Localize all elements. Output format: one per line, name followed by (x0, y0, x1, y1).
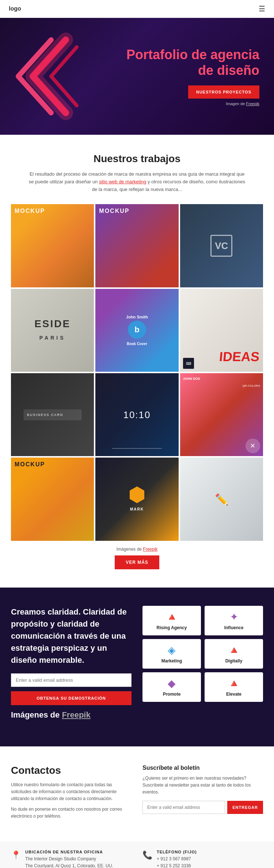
works-section: Nuestros trabajos El resultado del proce… (0, 135, 274, 588)
service-card-promote[interactable]: ◆ Promote (142, 672, 201, 702)
freepik-link[interactable]: Freepik (246, 102, 259, 106)
agency-section: Creamos claridad. Claridad de propósito … (0, 588, 274, 746)
contacts-section: Contactos Utilice nuestro formulario de … (0, 746, 274, 842)
hero-title: Portafolio de agencia de diseño (113, 47, 259, 78)
contacts-title: Contactos (11, 765, 132, 776)
grid-item[interactable]: John Smith b Book Cover (95, 289, 178, 372)
logo: logo (9, 5, 21, 12)
service-grid: 🔺 Rising Agency ✦ Influence ◈ Marketing … (142, 606, 263, 702)
service-name: Elevate (226, 692, 241, 697)
phone-content: TELÉFONO (FIJO) + 912 3 567 8987 + 912 5… (157, 850, 197, 868)
phone-icon: 📞 (142, 850, 152, 860)
newsletter-email-input[interactable] (142, 801, 225, 814)
grid-item[interactable]: MOCKUP (95, 204, 178, 287)
contacts-left: Contactos Utilice nuestro formulario de … (11, 765, 132, 824)
grid-item[interactable]: BUSINESS CARD (11, 373, 94, 456)
projects-button[interactable]: NUESTROS PROYECTOS (188, 85, 259, 99)
service-card-influence[interactable]: ✦ Influence (205, 606, 263, 635)
agency-email-input[interactable] (11, 673, 132, 687)
service-name: Rising Agency (157, 625, 187, 630)
grid-item[interactable]: MOCKUP (11, 204, 94, 287)
hero-section: Portafolio de agencia de diseño NUESTROS… (0, 18, 274, 135)
grid-item[interactable]: IDEAS ⌨ (180, 289, 263, 372)
ver-mas-button[interactable]: VER MÁS (115, 555, 159, 569)
agency-tagline: Creamos claridad. Claridad de propósito … (11, 606, 132, 666)
freepik-images-link[interactable]: Freepik (143, 547, 157, 552)
phone-address-item: 📞 TELÉFONO (FIJO) + 912 3 567 8987 + 912… (142, 850, 263, 868)
site-header: logo ☰ (0, 0, 274, 18)
agency-credit: Imágenes de Freepik (11, 709, 132, 721)
service-card-elevate[interactable]: 🔺 Elevate (205, 672, 263, 702)
office-address: The Courtyard, Al Quoz 1, Colorado, EE. … (25, 863, 113, 868)
service-card-digitally[interactable]: 🔺 Digitally (205, 639, 263, 669)
grid-item[interactable]: JOHN DOS ✕ QR-COLORS (180, 373, 263, 456)
office-address-item: 📍 UBICACIÓN DE NUESTRA OFICINA The Inter… (11, 850, 132, 868)
newsletter-desc: ¿Quieres ser el primero en leer nuestras… (142, 775, 263, 796)
grid-item[interactable]: ✏️ (180, 458, 263, 540)
grid-item[interactable]: ESIDEPARIS (11, 289, 94, 372)
marketing-icon: ◈ (168, 644, 176, 656)
contacts-p2: No dude en ponerse en contacto con nosot… (11, 806, 132, 820)
contacts-p1: Utilice nuestro formulario de contacto p… (11, 781, 132, 803)
newsletter-title: Suscríbete al boletín (142, 765, 263, 771)
hero-credit: Imagen de Freepik (113, 102, 259, 106)
phone2: + 912 5 252 3336 (157, 863, 197, 868)
works-description: El resultado del proceso de creación de … (27, 171, 247, 193)
office-label: UBICACIÓN DE NUESTRA OFICINA (25, 850, 113, 854)
works-title: Nuestros trabajos (11, 153, 263, 165)
contacts-right: Suscríbete al boletín ¿Quieres ser el pr… (142, 765, 263, 824)
marketing-link[interactable]: sitio web de marketing (99, 179, 146, 184)
office-address-content: UBICACIÓN DE NUESTRA OFICINA The Interio… (25, 850, 113, 868)
service-card-rising[interactable]: 🔺 Rising Agency (142, 606, 201, 635)
images-credit: Imágenes de Freepik (11, 547, 263, 552)
office-company: The Interior Design Studio Company (25, 856, 113, 863)
hero-content: Portafolio de agencia de diseño NUESTROS… (113, 47, 259, 106)
phone1: + 912 3 567 8987 (157, 856, 197, 863)
freepik-agency-link[interactable]: Freepik (62, 710, 90, 719)
agency-right: 🔺 Rising Agency ✦ Influence ◈ Marketing … (142, 606, 263, 728)
grid-item[interactable]: MOCKUP (11, 458, 94, 540)
promote-icon: ◆ (168, 677, 176, 689)
hero-arrows (0, 18, 95, 135)
service-name: Influence (224, 625, 244, 630)
address-bar: 📍 UBICACIÓN DE NUESTRA OFICINA The Inter… (0, 842, 274, 868)
location-icon: 📍 (11, 850, 21, 860)
elevate-icon: 🔺 (228, 677, 240, 689)
service-name: Digitally (225, 658, 243, 664)
works-grid: MOCKUP MOCKUP VC ESIDEPARIS John Smith b… (11, 204, 263, 540)
digitally-icon: 🔺 (228, 644, 240, 656)
service-name: Marketing (161, 658, 182, 664)
grid-item[interactable]: VC (180, 204, 263, 287)
service-card-marketing[interactable]: ◈ Marketing (142, 639, 201, 669)
arrow-decoration (4, 25, 91, 127)
service-name: Promote (163, 692, 181, 697)
phone-label: TELÉFONO (FIJO) (157, 850, 197, 854)
demo-button[interactable]: OBTENGA SU DEMOSTRACIÓN (11, 691, 132, 705)
grid-item[interactable]: 10:10 (95, 373, 178, 456)
hamburger-menu-icon[interactable]: ☰ (259, 4, 265, 13)
newsletter-submit-button[interactable]: ENTREGAR (227, 801, 263, 814)
influence-icon: ✦ (230, 611, 238, 623)
newsletter-row: ENTREGAR (142, 801, 263, 814)
grid-item[interactable]: MARK (95, 458, 178, 540)
rising-icon: 🔺 (165, 611, 178, 623)
agency-left: Creamos claridad. Claridad de propósito … (11, 606, 132, 728)
